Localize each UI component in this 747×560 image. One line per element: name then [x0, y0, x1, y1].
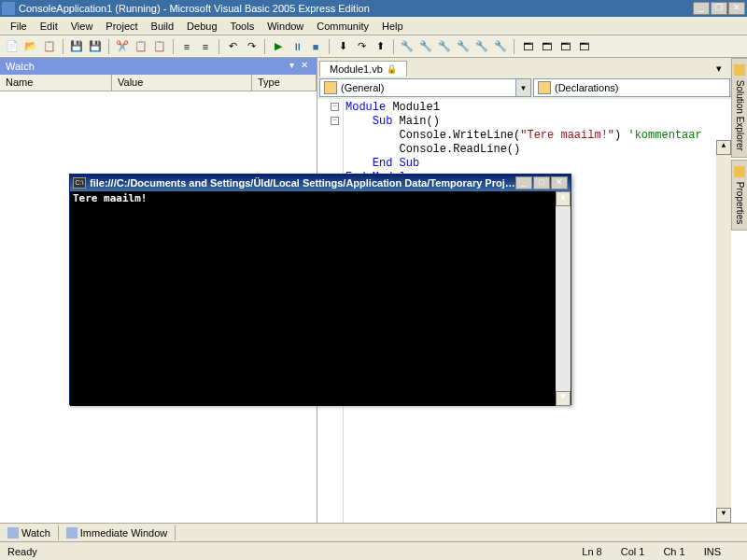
bottom-tab-label: Watch [21, 527, 50, 539]
comment-icon[interactable]: ≡ [178, 38, 195, 55]
window-icon[interactable]: 🗔 [575, 38, 592, 55]
tool-icon[interactable]: 🔧 [399, 38, 416, 55]
menu-help[interactable]: Help [375, 19, 410, 34]
uncomment-icon[interactable]: ≡ [197, 38, 214, 55]
separator [329, 39, 330, 54]
menu-debug[interactable]: Debug [180, 19, 223, 34]
start-icon[interactable]: ▶ [270, 38, 287, 55]
tool-icon[interactable]: 🔧 [473, 38, 490, 55]
code-text: Console.ReadLine() [345, 143, 520, 156]
paste-icon[interactable]: 📋 [151, 38, 168, 55]
watch-col-value[interactable]: Value [112, 75, 252, 91]
save-all-icon[interactable]: 💾 [87, 38, 104, 55]
separator [514, 39, 514, 54]
toolbar: 📄 📂 📋 💾 💾 ✂️ 📋 📋 ≡ ≡ ↶ ↷ ▶ ⏸ ■ ⬇ ↷ ⬆ 🔧 🔧… [0, 35, 747, 58]
outline-toggle-icon[interactable]: − [331, 117, 339, 125]
redo-icon[interactable]: ↷ [243, 38, 260, 55]
scroll-down-icon[interactable]: ▼ [716, 508, 731, 523]
side-tab-label: Solution Explorer [735, 80, 745, 151]
menu-build[interactable]: Build [145, 19, 180, 34]
dropdown-arrow-icon: ▼ [515, 79, 530, 96]
tool-icon[interactable]: 🔧 [417, 38, 434, 55]
window-title: ConsoleApplication1 (Running) - Microsof… [19, 3, 693, 14]
code-text: Main() [392, 115, 439, 128]
console-window[interactable]: C:\ file:///C:/Documents and Settings/Ül… [69, 174, 571, 405]
solution-explorer-tab[interactable]: Solution Explorer [731, 58, 747, 158]
code-keyword: Sub [373, 115, 393, 128]
step-into-icon[interactable]: ⬇ [334, 38, 351, 55]
save-icon[interactable]: 💾 [68, 38, 85, 55]
close-panel-icon[interactable]: ✕ [298, 60, 311, 73]
outline-toggle-icon[interactable]: − [331, 103, 339, 111]
menu-tools[interactable]: Tools [224, 19, 261, 34]
pause-icon[interactable]: ⏸ [289, 38, 305, 55]
bottom-tab-watch[interactable]: Watch [0, 525, 59, 540]
window-icon[interactable]: 🗔 [519, 38, 536, 55]
scope-dropdown[interactable]: (General) ▼ [319, 78, 531, 97]
open-icon[interactable]: 📂 [22, 38, 39, 55]
scroll-up-icon[interactable]: ▲ [716, 140, 731, 155]
status-ins: INS [704, 546, 721, 557]
bottom-tab-label: Immediate Window [80, 527, 168, 539]
menu-window[interactable]: Window [261, 19, 310, 34]
menu-bar: File Edit View Project Build Debug Tools… [0, 17, 747, 35]
stop-icon[interactable]: ■ [307, 38, 324, 55]
menu-project[interactable]: Project [99, 19, 144, 34]
tool-icon[interactable]: 🔧 [436, 38, 453, 55]
step-over-icon[interactable]: ↷ [353, 38, 370, 55]
console-title-text: file:///C:/Documents and Settings/Üld/Lo… [90, 177, 515, 189]
code-string: "Tere maailm!" [520, 129, 614, 142]
menu-view[interactable]: View [64, 19, 100, 34]
console-scrollbar[interactable]: ▲ ▼ [556, 191, 571, 406]
console-close-button[interactable]: ✕ [551, 176, 568, 189]
console-minimize-button[interactable]: _ [515, 176, 532, 189]
separator [264, 39, 265, 54]
add-item-icon[interactable]: 📋 [41, 38, 58, 55]
watch-col-name[interactable]: Name [0, 75, 112, 91]
scroll-up-icon[interactable]: ▲ [556, 191, 571, 206]
solution-icon [734, 64, 745, 76]
console-title-bar[interactable]: C:\ file:///C:/Documents and Settings/Ül… [70, 175, 571, 191]
menu-edit[interactable]: Edit [34, 19, 64, 34]
tool-icon[interactable]: 🔧 [492, 38, 509, 55]
step-out-icon[interactable]: ⬆ [372, 38, 388, 55]
editor-scrollbar[interactable]: ▲ ▼ [716, 140, 731, 523]
console-output[interactable]: Tere maailm! ▲ ▼ [70, 191, 571, 406]
tab-dropdown-icon[interactable]: ▾ [711, 61, 727, 77]
scroll-down-icon[interactable]: ▼ [556, 391, 571, 406]
separator [173, 39, 174, 54]
minimize-button[interactable]: _ [693, 2, 710, 15]
new-project-icon[interactable]: 📄 [4, 38, 21, 55]
code-comment: 'kommentaar [627, 129, 701, 142]
console-text: Tere maailm! [73, 192, 147, 204]
console-maximize-button[interactable]: □ [533, 176, 550, 189]
member-dropdown[interactable]: (Declarations) ▼ [533, 78, 745, 97]
menu-community[interactable]: Community [310, 19, 375, 34]
menu-file[interactable]: File [4, 19, 34, 34]
app-icon [2, 2, 15, 15]
dropdown-icon[interactable]: ▾ [285, 60, 298, 73]
status-ch: Ch 1 [663, 546, 684, 557]
separator [63, 39, 63, 54]
code-text: Console.WriteLine( [345, 129, 520, 142]
code-keyword: Module [345, 101, 386, 114]
code-keyword: End Sub [373, 157, 419, 170]
immediate-icon [66, 527, 78, 539]
separator [218, 39, 219, 54]
window-icon[interactable]: 🗔 [557, 38, 573, 55]
code-text: Module1 [386, 101, 440, 114]
copy-icon[interactable]: 📋 [133, 38, 149, 55]
tool-icon[interactable]: 🔧 [455, 38, 472, 55]
properties-tab[interactable]: Properties [731, 160, 747, 231]
window-icon[interactable]: 🗔 [538, 38, 555, 55]
bottom-tab-immediate[interactable]: Immediate Window [59, 525, 176, 540]
undo-icon[interactable]: ↶ [224, 38, 241, 55]
tab-module1[interactable]: Module1.vb 🔒 [319, 61, 407, 77]
watch-col-type[interactable]: Type [252, 75, 317, 91]
close-button[interactable]: ✕ [728, 2, 745, 15]
cut-icon[interactable]: ✂️ [114, 38, 131, 55]
scroll-track[interactable] [556, 206, 571, 391]
restore-button[interactable]: ❐ [711, 2, 727, 15]
properties-icon [734, 166, 745, 177]
lock-icon: 🔒 [387, 64, 397, 74]
